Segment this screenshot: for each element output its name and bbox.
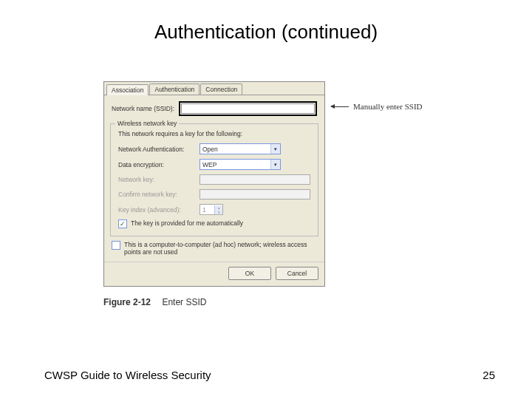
ssid-input[interactable]	[181, 103, 315, 114]
auth-value: Open	[202, 146, 218, 153]
wireless-key-group: Wireless network key This network requir…	[110, 123, 318, 236]
key-index-label: Key index (advanced):	[118, 206, 200, 214]
ssid-highlight-box	[179, 101, 317, 116]
ok-button[interactable]: OK	[228, 267, 271, 280]
group-description: This network requires a key for the foll…	[118, 130, 310, 137]
network-key-label: Network key:	[118, 176, 200, 183]
auto-key-checkbox-row: ✓ The key is provided for me automatical…	[118, 219, 310, 228]
figure-area: Association Authentication Connection Ne…	[103, 81, 429, 307]
tab-association[interactable]: Association	[106, 84, 149, 95]
slide-title: Authentication (continued)	[0, 0, 532, 44]
encryption-combo[interactable]: WEP ▾	[200, 159, 281, 170]
chevron-down-icon: ▾	[214, 210, 222, 214]
chevron-down-icon: ▾	[270, 160, 280, 169]
adhoc-checkbox[interactable]	[112, 241, 120, 250]
adhoc-checkbox-row: This is a computer-to-computer (ad hoc) …	[112, 241, 317, 256]
key-index-value: 1	[202, 206, 206, 214]
dialog-button-bar: OK Cancel	[104, 262, 324, 286]
figure-caption: Figure 2-12 Enter SSID	[103, 297, 429, 307]
ssid-annotation: Manually enter SSID	[331, 102, 422, 111]
ssid-row: Network name (SSID):	[104, 95, 324, 120]
annotation-text: Manually enter SSID	[353, 102, 422, 111]
tab-authentication[interactable]: Authentication	[149, 83, 200, 95]
slide-footer: CWSP Guide to Wireless Security 25	[44, 369, 495, 381]
chevron-down-icon: ▾	[270, 144, 280, 154]
page-number: 25	[482, 369, 495, 381]
group-title: Wireless network key	[115, 120, 179, 127]
wireless-properties-dialog: Association Authentication Connection Ne…	[103, 81, 325, 287]
cancel-button[interactable]: Cancel	[276, 267, 318, 280]
auth-combo[interactable]: Open ▾	[200, 143, 281, 154]
auth-label: Network Authentication:	[118, 146, 200, 153]
ssid-label: Network name (SSID):	[112, 105, 174, 112]
tab-strip: Association Authentication Connection	[104, 82, 324, 95]
figure-title: Enter SSID	[162, 297, 206, 307]
network-key-field	[200, 174, 310, 185]
adhoc-label: This is a computer-to-computer (ad hoc) …	[124, 241, 317, 256]
encryption-label: Data encryption:	[118, 161, 200, 168]
auto-key-label: The key is provided for me automatically	[131, 219, 243, 227]
figure-number: Figure 2-12	[103, 297, 151, 307]
confirm-key-label: Confirm network key:	[118, 191, 200, 198]
auto-key-checkbox[interactable]: ✓	[118, 219, 127, 228]
key-index-spinner: 1 ▴ ▾	[200, 204, 223, 215]
tab-connection[interactable]: Connection	[200, 83, 242, 95]
arrow-left-icon	[331, 106, 349, 107]
confirm-key-field	[200, 189, 310, 200]
encryption-value: WEP	[202, 161, 216, 168]
footer-text: CWSP Guide to Wireless Security	[44, 369, 211, 381]
